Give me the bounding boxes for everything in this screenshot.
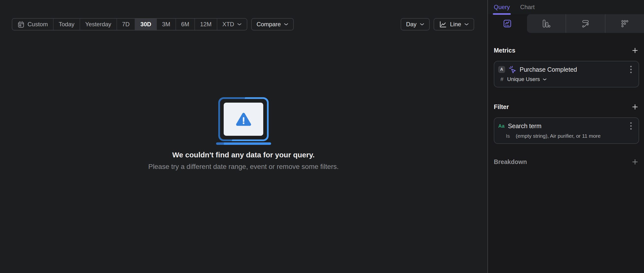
filter-operator[interactable]: Is: [506, 133, 510, 139]
tab-query[interactable]: Query: [494, 0, 510, 14]
breakdown-section-header: Breakdown: [494, 158, 639, 166]
empty-state-title: We couldn't find any data for your query…: [172, 151, 315, 159]
query-builder-sidebar: Query Chart: [488, 0, 644, 273]
filter-property-name[interactable]: Search term: [508, 122, 628, 130]
date-range-controls: Custom Today Yesterday 7D 30D 3M 6M 12M …: [12, 18, 294, 30]
date-range-segmented-control: Custom Today Yesterday 7D 30D 3M 6M 12M …: [12, 18, 247, 30]
report-type-tabs-inactive-group: [527, 14, 644, 33]
filter-heading: Filter: [494, 103, 509, 110]
date-range-label: Custom: [28, 21, 48, 28]
monitor-warning-illustration: [218, 97, 269, 141]
granularity-dropdown[interactable]: Day: [401, 18, 430, 30]
chevron-down-icon: [420, 23, 424, 25]
plus-icon: [632, 47, 638, 54]
bar-chart-icon: [542, 19, 550, 28]
report-tab-flows[interactable]: [566, 14, 605, 33]
line-chart-icon: [439, 21, 447, 28]
active-tab-underline: [493, 13, 511, 15]
add-breakdown-button[interactable]: [631, 158, 639, 166]
aggregation-symbol: #: [500, 76, 504, 82]
date-range-yesterday[interactable]: Yesterday: [80, 19, 117, 30]
filter-value[interactable]: (empty string), Air purifier, or 11 more: [516, 133, 600, 139]
filter-card[interactable]: Aa Search term Is (empty string), Air pu…: [494, 117, 639, 144]
metrics-section-header: Metrics: [494, 46, 639, 54]
chevron-down-icon: [543, 78, 547, 80]
chart-display-controls: Day Line: [401, 18, 474, 30]
sidebar-tab-bar: Query Chart: [488, 0, 644, 14]
event-cursor-icon: [508, 65, 516, 74]
add-metric-button[interactable]: [631, 46, 639, 54]
flows-icon: [581, 19, 590, 28]
date-range-xtd[interactable]: XTD: [217, 19, 247, 30]
date-range-30d-selected[interactable]: 30D: [135, 19, 157, 30]
metric-options-button[interactable]: [628, 65, 634, 74]
retention-dots-icon: [620, 19, 629, 28]
chevron-down-icon: [284, 23, 288, 25]
report-tab-funnels[interactable]: [527, 14, 566, 33]
filter-section-header: Filter: [494, 103, 639, 111]
monitor-base: [216, 142, 271, 145]
query-builder-panel: Metrics A Purchase Completed: [488, 46, 644, 166]
chevron-down-icon: [237, 23, 242, 25]
metrics-heading: Metrics: [494, 47, 516, 54]
compare-button[interactable]: Compare: [251, 18, 294, 30]
plus-icon: [632, 159, 638, 165]
kebab-menu-icon: [630, 122, 632, 130]
date-range-6m[interactable]: 6M: [176, 19, 195, 30]
report-tab-insights-active[interactable]: [488, 14, 527, 33]
add-filter-button[interactable]: [631, 103, 639, 111]
report-type-tabs: [488, 14, 644, 33]
tab-chart[interactable]: Chart: [520, 0, 534, 14]
report-tab-retention[interactable]: [605, 14, 644, 33]
kebab-menu-icon: [630, 65, 632, 74]
date-range-12m[interactable]: 12M: [195, 19, 217, 30]
string-type-icon: Aa: [498, 123, 505, 129]
calendar-icon: [18, 21, 24, 28]
plus-icon: [632, 104, 638, 110]
metric-event-name[interactable]: Purchase Completed: [520, 66, 628, 73]
chart-type-dropdown[interactable]: Line: [434, 18, 474, 30]
date-range-custom[interactable]: Custom: [12, 19, 54, 30]
empty-state: We couldn't find any data for your query…: [0, 97, 487, 171]
metric-card[interactable]: A Purchase Completed # Unique: [494, 61, 639, 87]
breakdown-heading: Breakdown: [494, 158, 527, 165]
date-range-3m[interactable]: 3M: [157, 19, 176, 30]
aggregation-dropdown[interactable]: Unique Users: [507, 76, 546, 82]
main-area: Custom Today Yesterday 7D 30D 3M 6M 12M …: [0, 0, 487, 273]
warning-triangle-icon: [236, 112, 252, 126]
empty-state-subtitle: Please try a different date range, event…: [148, 163, 339, 171]
metric-series-badge: A: [498, 66, 505, 73]
date-range-today[interactable]: Today: [54, 19, 80, 30]
query-toolbar: Custom Today Yesterday 7D 30D 3M 6M 12M …: [12, 18, 474, 30]
filter-options-button[interactable]: [628, 122, 634, 130]
insights-icon: [503, 19, 512, 28]
date-range-7d[interactable]: 7D: [117, 19, 136, 30]
chevron-down-icon: [464, 23, 469, 25]
